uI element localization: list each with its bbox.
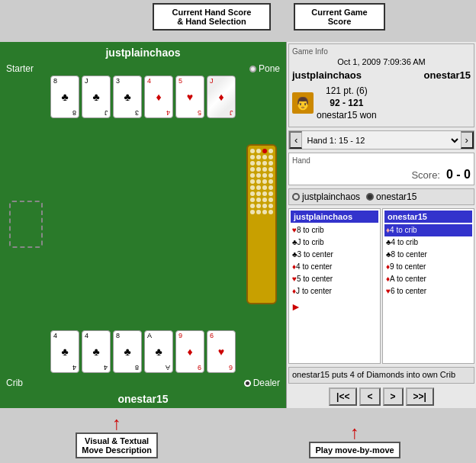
p2-move-1-selected: ♦4 to crib	[384, 224, 472, 236]
main-container: Current Hand Score & Hand Selection Curr…	[0, 0, 476, 463]
player1-moves-header: justplainchaos	[291, 211, 378, 223]
score-detail: 121 pt. (6)	[317, 85, 377, 96]
visual-annotation-box: Visual & Textual Move Description	[76, 432, 158, 458]
pone-radio	[249, 66, 256, 72]
hand-selector: ‹ Hand 1: 15 - 12 ›	[288, 130, 474, 150]
play-annotation-group: ↑ Play move-by-move	[309, 423, 400, 458]
p2-move-4: ♦9 to center	[384, 261, 472, 273]
player2-radio-option[interactable]: onestar15	[366, 191, 416, 202]
middle-section	[0, 123, 286, 326]
game-info-header: Game Info	[292, 47, 471, 56]
player-bottom-name: onestar15	[0, 390, 286, 408]
hand-prev-btn[interactable]: ‹	[289, 131, 302, 149]
top-card-4: 4 ♦ 4	[144, 76, 173, 118]
player1-moves-col: justplainchaos ♥8 to crib ♣J to crib ♣3 …	[288, 208, 381, 364]
nav-next-btn[interactable]: >	[383, 387, 404, 406]
top-cards-row: 8 ♣ 8 J ♣ J 3 ♣ 3 4	[0, 76, 286, 118]
top-card-1: 8 ♣ 8	[50, 76, 79, 118]
hand-score-row: Score: 0 - 0	[292, 168, 471, 182]
nav-prev-btn[interactable]: <	[359, 387, 380, 406]
p1-move-3: ♣3 to center	[291, 249, 378, 261]
p1-move-arrow: ►	[291, 301, 378, 313]
game-info-section: Game Info Oct 1, 2009 7:09:36 AM justpla…	[288, 43, 474, 127]
play-arrow-up: ↑	[350, 423, 359, 442]
p1-move-6: ♦J to center	[291, 285, 378, 297]
game-player2: onestar15	[424, 69, 471, 81]
starter-label: Starter	[6, 63, 34, 74]
hand-score-annotation: Current Hand Score & Hand Selection	[153, 3, 271, 31]
pone-label: Pone	[259, 63, 280, 74]
players-radio-row: justplainchaos onestar15	[288, 188, 474, 205]
p2-move-2: ♣4 to crib	[384, 236, 472, 249]
visual-arrow-up: ↑	[112, 414, 121, 432]
p1-move-1: ♥8 to crib	[291, 224, 378, 236]
player2-radio-label: onestar15	[376, 191, 416, 202]
top-card-2: J ♣ J	[82, 76, 111, 118]
empty-card-slot	[9, 201, 43, 248]
top-card-5: 5 ♥ 5	[175, 76, 204, 118]
hand-score-value: 0 - 0	[446, 168, 471, 182]
top-card-6: J ♦ J	[207, 76, 236, 118]
bottom-card-3: 8 ♣ 8	[113, 330, 142, 373]
bottom-card-6: 6 ♥ 6	[207, 330, 236, 373]
player-avatar: 👨	[292, 92, 314, 114]
crib-board	[246, 144, 277, 304]
hand-section: Hand Score: 0 - 0	[288, 153, 474, 185]
dealer-label: Dealer	[253, 378, 280, 388]
right-panel: Game Info Oct 1, 2009 7:09:36 AM justpla…	[286, 42, 476, 408]
hand-header: Hand	[292, 156, 471, 165]
player-top-name: justplainchaos	[0, 42, 286, 63]
p1-move-5: ♥5 to center	[291, 273, 378, 285]
bottom-cards-row: 4 ♣ 4 4 ♣ 4 8 ♣ 8 A ♣ A	[0, 330, 286, 373]
crib-label: Crib	[6, 378, 23, 388]
bottom-card-4: A ♣ A	[144, 330, 173, 373]
player2-radio-circle	[366, 193, 374, 201]
player1-radio-circle	[292, 193, 300, 201]
top-card-3: 3 ♣ 3	[113, 76, 142, 118]
score-vs: 92 - 121	[317, 98, 377, 108]
play-annotation-box: Play move-by-move	[309, 442, 400, 458]
dealer-radio	[244, 380, 251, 387]
moves-section: justplainchaos ♥8 to crib ♣J to crib ♣3 …	[288, 208, 474, 364]
hand-selector-dropdown[interactable]: Hand 1: 15 - 12	[302, 133, 460, 147]
player1-radio-option[interactable]: justplainchaos	[292, 191, 360, 202]
status-bar: onestar15 puts 4 of Diamonds into own Cr…	[288, 367, 474, 384]
player2-moves-col: onestar15 ♦4 to crib ♣4 to crib ♣8 to ce…	[382, 208, 474, 364]
nav-last-btn[interactable]: >>|	[406, 387, 434, 406]
bottom-annotations: ↑ Visual & Textual Move Description ↑ Pl…	[0, 408, 476, 463]
main-content-row: justplainchaos Starter Pone 8 ♣ 8	[0, 42, 476, 408]
game-info-players: justplainchaos onestar15	[292, 69, 471, 81]
bottom-card-5: 9 ♦ 9	[175, 330, 204, 373]
p2-move-5: ♦A to center	[384, 273, 472, 285]
nav-first-btn[interactable]: |<<	[329, 387, 357, 406]
bottom-card-2: 4 ♣ 4	[82, 330, 111, 373]
game-info-date: Oct 1, 2009 7:09:36 AM	[292, 57, 471, 66]
nav-buttons-row: |<< < > >>|	[287, 385, 476, 408]
p1-move-4: ♦4 to center	[291, 261, 378, 273]
game-winner: onestar15 won	[317, 110, 377, 121]
p2-move-6: ♥6 to center	[384, 285, 472, 297]
hand-score-label: Score:	[411, 169, 440, 181]
game-area: justplainchaos Starter Pone 8 ♣ 8	[0, 42, 286, 408]
player2-moves-header: onestar15	[384, 211, 472, 223]
game-score-annotation: Current Game Score	[294, 3, 385, 31]
hand-next-btn[interactable]: ›	[461, 131, 474, 149]
p1-move-2: ♣J to crib	[291, 236, 378, 249]
visual-annotation-group: ↑ Visual & Textual Move Description	[76, 414, 158, 458]
crib-board-holes	[249, 149, 274, 214]
p2-move-3: ♣8 to center	[384, 249, 472, 261]
bottom-card-1: 4 ♣ 4	[50, 330, 79, 373]
game-player1: justplainchaos	[292, 69, 362, 81]
player1-radio-label: justplainchaos	[302, 191, 360, 202]
